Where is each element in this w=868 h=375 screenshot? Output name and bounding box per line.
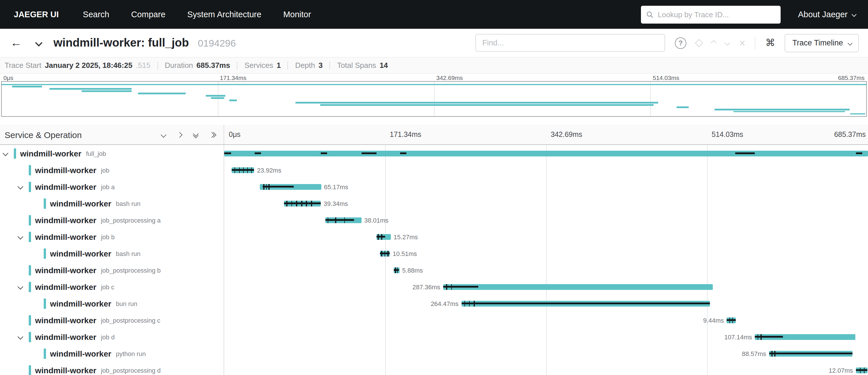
critical-path-segment xyxy=(856,369,867,371)
span-bar-cell[interactable]: 264.47ms xyxy=(224,295,868,312)
span-row: windmill-workerbash run39.34ms xyxy=(0,195,868,212)
span-name-cell[interactable]: windmill-workerbun run xyxy=(0,295,224,312)
span-duration-label: 65.17ms xyxy=(324,178,348,195)
keyboard-shortcuts-button[interactable]: ⌘ xyxy=(765,37,775,49)
span-bar-cell[interactable]: 10.51ms xyxy=(224,245,868,262)
tick-label: 0μs xyxy=(229,131,241,139)
span-bar-cell[interactable]: 287.36ms xyxy=(224,278,868,295)
about-jaeger-menu[interactable]: About Jaeger xyxy=(798,10,855,19)
span-bar-cell[interactable]: 12.07ms xyxy=(224,362,868,375)
critical-path-segment xyxy=(769,352,852,354)
span-name-cell[interactable]: windmill-workerjob_postprocessing c xyxy=(0,312,224,328)
span-name-cell[interactable]: windmill-workerbash run xyxy=(0,245,224,262)
span-log-tick xyxy=(269,184,269,190)
span-name-cell[interactable]: windmill-workerjob xyxy=(0,162,224,178)
prev-match-button[interactable] xyxy=(712,41,716,45)
span-log-tick xyxy=(761,334,762,340)
span-name-cell[interactable]: windmill-workerjob_postprocessing b xyxy=(0,262,224,278)
service-name: windmill-worker xyxy=(35,182,96,191)
service-color-swatch xyxy=(44,298,46,309)
span-bar-cell[interactable]: 88.57ms xyxy=(224,345,868,362)
span-bar-cell[interactable]: 5.88ms xyxy=(224,262,868,278)
span-bar-cell[interactable]: 65.17ms xyxy=(224,178,868,195)
span-collapse-toggle[interactable] xyxy=(19,285,29,289)
service-name: windmill-worker xyxy=(20,149,81,158)
header-collapse-toggle[interactable] xyxy=(33,40,45,46)
about-jaeger-label: About Jaeger xyxy=(798,10,847,19)
span-collapse-toggle[interactable] xyxy=(3,151,14,155)
span-name-cell[interactable]: windmill-workerjob_postprocessing a xyxy=(0,212,224,228)
span-bar[interactable] xyxy=(461,300,710,306)
span-name-cell[interactable]: windmill-workerjob a xyxy=(0,178,224,195)
span-log-tick xyxy=(264,184,265,190)
span-name-cell[interactable]: windmill-workerfull_job xyxy=(0,145,224,162)
operation-name: job xyxy=(101,167,109,173)
jaeger-ui-logo[interactable]: JAEGER UI xyxy=(14,10,59,19)
toolbar-divider xyxy=(755,36,755,49)
span-collapse-toggle[interactable] xyxy=(19,235,29,239)
span-log-tick xyxy=(864,367,865,373)
service-name: windmill-worker xyxy=(50,349,111,358)
span-bar[interactable] xyxy=(394,267,399,273)
help-button[interactable]: ? xyxy=(675,37,686,49)
service-color-swatch xyxy=(14,148,16,158)
span-duration-label: 23.92ms xyxy=(257,162,281,178)
span-bar-cell[interactable] xyxy=(224,145,868,162)
focus-matches-button[interactable] xyxy=(696,40,702,46)
span-bar[interactable] xyxy=(284,200,321,206)
span-name-cell[interactable]: windmill-workerjob b xyxy=(0,228,224,245)
span-bar[interactable] xyxy=(326,217,361,223)
span-bar[interactable] xyxy=(727,317,736,323)
find-input[interactable] xyxy=(475,34,665,52)
span-name-cell[interactable]: windmill-workerbash run xyxy=(0,195,224,212)
span-log-tick xyxy=(446,284,447,290)
next-match-button[interactable] xyxy=(725,41,730,45)
span-bar[interactable] xyxy=(755,334,856,340)
span-log-tick xyxy=(251,167,252,173)
span-log-tick xyxy=(239,167,240,173)
span-bar-cell[interactable]: 9.44ms xyxy=(224,312,868,328)
summary-value: January 2 2025, 18:46:25 xyxy=(45,61,132,69)
span-bar-cell[interactable]: 39.34ms xyxy=(224,195,868,212)
span-bar[interactable] xyxy=(443,284,713,290)
chevron-down-icon xyxy=(851,12,856,17)
collapse-one-button[interactable] xyxy=(178,133,182,137)
summary-value: 685.37ms xyxy=(196,61,230,69)
span-bar[interactable] xyxy=(224,150,868,156)
collapse-all-button[interactable] xyxy=(210,133,216,137)
span-collapse-toggle[interactable] xyxy=(19,335,29,339)
span-bar-cell[interactable]: 15.27ms xyxy=(224,228,868,245)
nav-item-compare[interactable]: Compare xyxy=(131,10,165,19)
back-button[interactable]: ← xyxy=(8,36,24,50)
span-name-cell[interactable]: windmill-workerjob c xyxy=(0,278,224,295)
nav-item-search[interactable]: Search xyxy=(83,10,109,19)
span-bar[interactable] xyxy=(769,351,852,356)
span-name-cell[interactable]: windmill-workerpython run xyxy=(0,345,224,362)
span-bar-cell[interactable]: 38.01ms xyxy=(224,212,868,228)
span-row: windmill-workerbash run10.51ms xyxy=(0,245,868,262)
span-collapse-toggle[interactable] xyxy=(19,184,29,189)
span-name-cell[interactable]: windmill-workerjob_postprocessing d xyxy=(0,362,224,375)
service-color-swatch xyxy=(29,181,31,192)
span-duration-label: 5.88ms xyxy=(402,262,423,278)
span-bar[interactable] xyxy=(856,367,867,373)
trace-id-search-input[interactable] xyxy=(658,10,775,19)
expand-all-button[interactable] xyxy=(194,132,198,138)
span-bar[interactable] xyxy=(376,234,391,239)
nav-item-monitor[interactable]: Monitor xyxy=(283,10,311,19)
expand-one-button[interactable] xyxy=(161,133,165,137)
span-bar[interactable] xyxy=(260,184,321,190)
span-bar-cell[interactable]: 107.14ms xyxy=(224,328,868,345)
service-name: windmill-worker xyxy=(50,299,111,308)
nav-item-system-architecture[interactable]: System Architecture xyxy=(187,10,261,19)
span-row: windmill-workerjob b15.27ms xyxy=(0,228,868,245)
span-bar[interactable] xyxy=(232,167,254,173)
span-bar-cell[interactable]: 23.92ms xyxy=(224,162,868,178)
span-name-cell[interactable]: windmill-workerjob d xyxy=(0,328,224,345)
span-row: windmill-workerjob23.92ms xyxy=(0,162,868,178)
minimap-canvas[interactable] xyxy=(1,81,867,117)
service-color-swatch xyxy=(44,198,46,208)
span-bar[interactable] xyxy=(380,251,390,256)
clear-search-button[interactable]: × xyxy=(739,38,745,48)
trace-view-selector[interactable]: Trace Timeline xyxy=(785,34,859,52)
